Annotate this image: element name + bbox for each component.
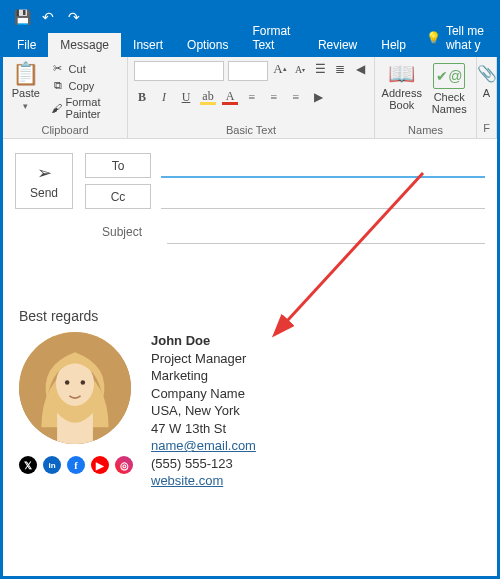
attach-button[interactable]: 📎 A: [478, 61, 496, 99]
tab-help[interactable]: Help: [369, 33, 418, 57]
avatar-image: [19, 332, 131, 444]
align-center-icon[interactable]: ≡: [266, 89, 282, 105]
address-book-button[interactable]: 📖 Address Book: [381, 61, 423, 122]
sig-phone: (555) 555-123: [151, 455, 256, 473]
sig-name: John Doe: [151, 332, 256, 350]
compose-header: ➢ Send To Cc: [3, 139, 497, 209]
clipboard-icon: 📋: [12, 63, 39, 85]
ribbon: 📋 Paste ✂Cut ⧉Copy 🖌Format Painter Clipb…: [3, 57, 497, 139]
ribbon-tabs: File Message Insert Options Format Text …: [3, 31, 497, 57]
group-clipboard: 📋 Paste ✂Cut ⧉Copy 🖌Format Painter Clipb…: [3, 57, 128, 138]
check-names-label: Check Names: [429, 91, 471, 115]
highlight-icon[interactable]: ab: [200, 89, 216, 105]
cut-label: Cut: [69, 63, 86, 75]
bullets-icon[interactable]: ☰: [312, 61, 328, 77]
facebook-icon[interactable]: f: [67, 456, 85, 474]
copy-label: Copy: [69, 80, 95, 92]
x-icon[interactable]: 𝕏: [19, 456, 37, 474]
group-include: 📎 A F: [477, 57, 497, 138]
undo-icon[interactable]: ↶: [35, 6, 61, 28]
outdent-icon[interactable]: ◀: [352, 61, 368, 77]
format-painter-button[interactable]: 🖌Format Painter: [49, 95, 121, 121]
attach-label: A: [483, 87, 490, 99]
font-size-select[interactable]: [228, 61, 268, 81]
include-group-label: F: [479, 120, 494, 134]
instagram-icon[interactable]: ◎: [115, 456, 133, 474]
scissors-icon: ✂: [51, 62, 65, 75]
format-painter-label: Format Painter: [66, 96, 119, 120]
send-button[interactable]: ➢ Send: [15, 153, 73, 209]
clipboard-group-label: Clipboard: [9, 122, 121, 136]
lightbulb-icon: 💡: [426, 31, 441, 45]
linkedin-icon[interactable]: in: [43, 456, 61, 474]
paste-button[interactable]: 📋 Paste: [9, 61, 43, 122]
message-body[interactable]: Best regards 𝕏 in f ▶ ◎: [3, 250, 497, 508]
basic-text-group-label: Basic Text: [134, 122, 368, 136]
sig-title: Project Manager: [151, 350, 256, 368]
tab-format-text[interactable]: Format Text: [240, 19, 305, 57]
font-color-icon[interactable]: A: [222, 89, 238, 105]
to-field[interactable]: [161, 153, 485, 178]
sig-website-link[interactable]: website.com: [151, 473, 223, 488]
sig-street: 47 W 13th St: [151, 420, 256, 438]
attach-icon: 📎: [477, 63, 497, 85]
shrink-font-icon[interactable]: A▾: [292, 61, 308, 77]
names-group-label: Names: [381, 122, 470, 136]
sig-location: USA, New York: [151, 402, 256, 420]
tell-me-search[interactable]: 💡 Tell me what y: [418, 19, 497, 57]
signature-block: 𝕏 in f ▶ ◎ John Doe Project Manager Mark…: [19, 332, 481, 490]
check-names-button[interactable]: ✔@ Check Names: [429, 61, 471, 122]
group-names: 📖 Address Book ✔@ Check Names Names: [375, 57, 477, 138]
subject-field[interactable]: [167, 219, 485, 244]
save-icon[interactable]: 💾: [9, 6, 35, 28]
svg-point-3: [81, 380, 85, 384]
at-icon: ✔@: [433, 63, 465, 89]
indent-icon[interactable]: ▶: [310, 89, 326, 105]
underline-button[interactable]: U: [178, 89, 194, 105]
send-label: Send: [30, 186, 58, 200]
sig-email-link[interactable]: name@email.com: [151, 438, 256, 453]
italic-button[interactable]: I: [156, 89, 172, 105]
svg-point-2: [65, 380, 69, 384]
tab-file[interactable]: File: [5, 33, 48, 57]
tab-message[interactable]: Message: [48, 33, 121, 57]
sig-company: Company Name: [151, 385, 256, 403]
grow-font-icon[interactable]: A▴: [272, 61, 288, 77]
youtube-icon[interactable]: ▶: [91, 456, 109, 474]
tab-insert[interactable]: Insert: [121, 33, 175, 57]
align-left-icon[interactable]: ≡: [244, 89, 260, 105]
tab-review[interactable]: Review: [306, 33, 369, 57]
subject-label: Subject: [89, 225, 155, 239]
brush-icon: 🖌: [51, 102, 62, 114]
send-icon: ➢: [37, 162, 52, 184]
address-book-icon: 📖: [388, 63, 415, 85]
cc-field[interactable]: [161, 184, 485, 209]
social-icons: 𝕏 in f ▶ ◎: [19, 456, 133, 474]
sig-department: Marketing: [151, 367, 256, 385]
group-basic-text: A▴ A▾ ☰ ≣ ◀ B I U ab A ≡ ≡ ≡ ▶ Basic Tex…: [128, 57, 375, 138]
redo-icon[interactable]: ↷: [61, 6, 87, 28]
best-regards-text: Best regards: [19, 308, 481, 324]
address-book-label: Address Book: [381, 87, 423, 111]
paste-label: Paste: [12, 87, 40, 99]
align-right-icon[interactable]: ≡: [288, 89, 304, 105]
cut-button[interactable]: ✂Cut: [49, 61, 121, 76]
to-button[interactable]: To: [85, 153, 151, 178]
tell-me-label: Tell me what y: [446, 24, 489, 52]
cc-button[interactable]: Cc: [85, 184, 151, 209]
copy-button[interactable]: ⧉Copy: [49, 78, 121, 93]
copy-icon: ⧉: [51, 79, 65, 92]
numbering-icon[interactable]: ≣: [332, 61, 348, 77]
bold-button[interactable]: B: [134, 89, 150, 105]
tab-options[interactable]: Options: [175, 33, 240, 57]
font-family-select[interactable]: [134, 61, 224, 81]
